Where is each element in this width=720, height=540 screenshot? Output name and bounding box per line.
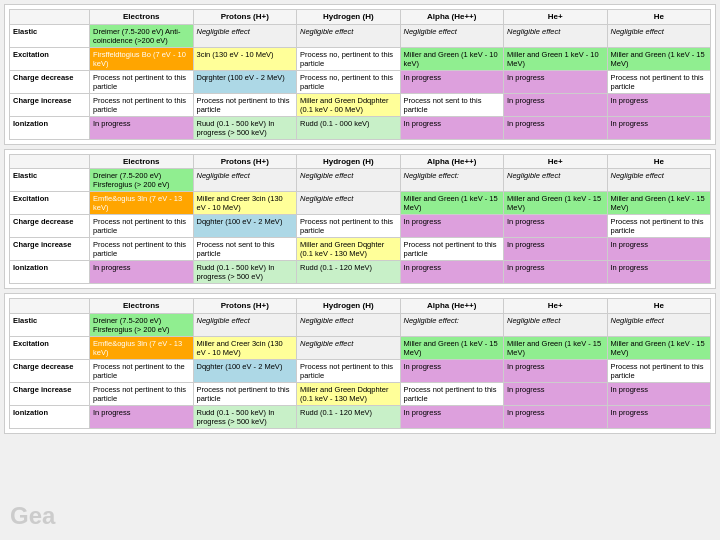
row-label-3: Charge increase [10, 238, 90, 261]
cell-hydrogen-2: Process not pertinent to this particle [297, 215, 401, 238]
cell-hydrogen-3: Miller and Green Ddqphter (0.1 keV - 130… [297, 382, 401, 405]
cell-electrons-4: In progress [90, 116, 194, 139]
cell-hydrogen-1: Process no, pertinent to this particle [297, 47, 401, 70]
cell-alpha-3: Process not sent to this particle [400, 93, 504, 116]
cell-hydrogen-2: Process not pertinent to this particle [297, 359, 401, 382]
cell-protons-0: Negligible effect [193, 169, 297, 192]
cell-hydrogen-0: Negligible effect [297, 24, 401, 47]
page-container: ElectronsProtons (H+)Hydrogen (H)Alpha (… [0, 0, 720, 438]
cell-alpha-3: Process not pertinent to this particle [400, 238, 504, 261]
cell-protons-1: Miller and Creer 3cin (130 eV - 10 MeV) [193, 192, 297, 215]
table-row: ExcitationFirsffeldtogius Bo (7 eV - 10 … [10, 47, 711, 70]
table-row: IonizationIn progressRudd (0.1 - 500 keV… [10, 261, 711, 284]
cell-he-2: Process not pertinent to this particle [607, 359, 711, 382]
cell-hydrogen-3: Miller and Green Dqghter (0.1 keV - 130 … [297, 238, 401, 261]
header-col3: Hydrogen (H) [297, 10, 401, 25]
header-col5: He+ [504, 299, 608, 314]
table-row: Charge increaseProcess not pertinent to … [10, 93, 711, 116]
cell-hydrogen-4: Rudd (0.1 - 120 MeV) [297, 405, 401, 428]
header-col1: Electrons [90, 10, 194, 25]
table-row: ElasticDreiner (7.5-200 eV) Firsferogius… [10, 169, 711, 192]
row-label-2: Charge decrease [10, 215, 90, 238]
section-1: ElectronsProtons (H+)Hydrogen (H)Alpha (… [4, 4, 716, 145]
cell-alpha-1: Miller and Green (1 keV - 15 MeV) [400, 192, 504, 215]
cell-electrons-0: Dreiner (7.5-200 eV) Firsferogius (> 200… [90, 169, 194, 192]
cell-alpha-1: Miller and Green (1 keV - 10 keV) [400, 47, 504, 70]
section-3: ElectronsProtons (H+)Hydrogen (H)Alpha (… [4, 293, 716, 434]
header-col3: Hydrogen (H) [297, 154, 401, 169]
table-row: Charge decreaseProcess not pertinent to … [10, 359, 711, 382]
cell-protons-4: Rudd (0.1 - 500 keV) In progress (> 500 … [193, 405, 297, 428]
cell-protons-4: Ruud (0.1 - 500 keV) In progress (> 500 … [193, 116, 297, 139]
cell-he-1: Miller and Green (1 keV - 15 MeV) [607, 336, 711, 359]
table-row: IonizationIn progressRudd (0.1 - 500 keV… [10, 405, 711, 428]
cell-alpha-2: In progress [400, 70, 504, 93]
cell-he_plus-2: In progress [504, 215, 608, 238]
table-row: Charge increaseProcess not pertinent to … [10, 238, 711, 261]
cell-he_plus-4: In progress [504, 116, 608, 139]
cell-he_plus-1: Miller and Green (1 keV - 15 MeV) [504, 336, 608, 359]
cell-protons-2: Dqghter (100 eV - 2 MeV) [193, 359, 297, 382]
table-row: ElasticDreimer (7.5-200 eV) Anti-coincid… [10, 24, 711, 47]
row-label-0: Elastic [10, 169, 90, 192]
cell-electrons-1: Firsffeldtogius Bo (7 eV - 10 keV) [90, 47, 194, 70]
cell-electrons-3: Process not pertinent to this particle [90, 93, 194, 116]
cell-he_plus-0: Negligible effect [504, 169, 608, 192]
cell-hydrogen-1: Negligible effect [297, 192, 401, 215]
cell-protons-4: Rudd (0.1 - 500 keV) In progress (> 500 … [193, 261, 297, 284]
table-row: ExcitationEmfle&ogius 3ln (7 eV - 13 keV… [10, 336, 711, 359]
header-col2: Protons (H+) [193, 299, 297, 314]
cell-protons-1: 3cin (130 eV - 10 MeV) [193, 47, 297, 70]
cell-electrons-3: Process not pertinent to this particle [90, 238, 194, 261]
cell-alpha-0: Negligible effect: [400, 169, 504, 192]
table-row: Charge increaseProcess not pertinent to … [10, 382, 711, 405]
header-col0 [10, 154, 90, 169]
cell-electrons-4: In progress [90, 405, 194, 428]
cell-hydrogen-4: Rudd (0.1 - 000 keV) [297, 116, 401, 139]
cell-protons-0: Negligible effect [193, 313, 297, 336]
cell-hydrogen-2: Process no, pertinent to this particle [297, 70, 401, 93]
table-row: IonizationIn progressRuud (0.1 - 500 keV… [10, 116, 711, 139]
cell-electrons-4: In progress [90, 261, 194, 284]
header-col4: Alpha (He++) [400, 299, 504, 314]
cell-hydrogen-0: Negligible effect [297, 313, 401, 336]
cell-he_plus-1: Miller and Green 1 keV - 10 MeV) [504, 47, 608, 70]
row-label-4: Ionization [10, 261, 90, 284]
row-label-0: Elastic [10, 24, 90, 47]
header-col5: He+ [504, 154, 608, 169]
cell-alpha-4: In progress [400, 405, 504, 428]
cell-he_plus-4: In progress [504, 405, 608, 428]
cell-he_plus-3: In progress [504, 382, 608, 405]
header-col6: He [607, 10, 711, 25]
header-col2: Protons (H+) [193, 154, 297, 169]
cell-he-1: Miller and Green (1 keV - 15 MeV) [607, 192, 711, 215]
cell-alpha-3: Process not pertinent to this particle [400, 382, 504, 405]
row-label-4: Ionization [10, 116, 90, 139]
section-2: ElectronsProtons (H+)Hydrogen (H)Alpha (… [4, 149, 716, 290]
cell-electrons-2: Process not pertinent to this particle [90, 70, 194, 93]
header-col0 [10, 10, 90, 25]
cell-electrons-2: Process not pertinent to the particle [90, 359, 194, 382]
watermark-text: Gea [10, 502, 55, 530]
cell-protons-3: Process not sent to this particle [193, 238, 297, 261]
cell-protons-3: Process not pertinent to this particle [193, 93, 297, 116]
cell-he-2: Process not pertinent to this particle [607, 70, 711, 93]
cell-he_plus-2: In progress [504, 359, 608, 382]
cell-protons-1: Miller and Creer 3cin (130 eV - 10 MeV) [193, 336, 297, 359]
row-label-1: Excitation [10, 47, 90, 70]
table-row: ElasticDreiner (7.5-200 eV) Firsferogius… [10, 313, 711, 336]
cell-he-4: In progress [607, 405, 711, 428]
header-col0 [10, 299, 90, 314]
cell-hydrogen-0: Negligible effect [297, 169, 401, 192]
header-col4: Alpha (He++) [400, 154, 504, 169]
cell-electrons-1: Emfle&ogius 3ln (7 eV - 13 keV) [90, 192, 194, 215]
cell-alpha-0: Negligible effect: [400, 313, 504, 336]
cell-protons-0: Negligible effect [193, 24, 297, 47]
cell-alpha-4: In progress [400, 116, 504, 139]
cell-hydrogen-1: Negligible effect [297, 336, 401, 359]
cell-electrons-0: Dreiner (7.5-200 eV) Firsferogius (> 200… [90, 313, 194, 336]
cell-he-0: Negligible effect [607, 313, 711, 336]
row-label-3: Charge increase [10, 93, 90, 116]
header-col6: He [607, 299, 711, 314]
cell-he_plus-1: Miller and Green (1 keV - 15 MeV) [504, 192, 608, 215]
